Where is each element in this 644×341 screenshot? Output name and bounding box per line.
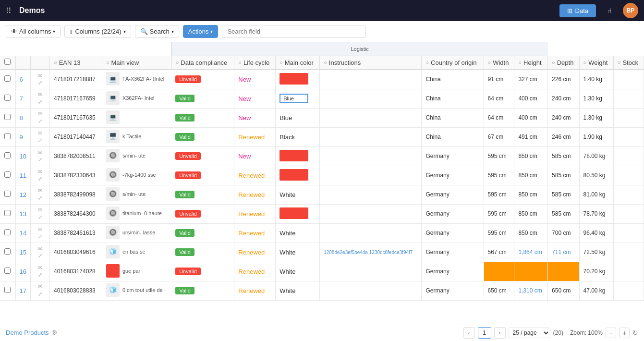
row-number[interactable]: 8 (15, 108, 30, 127)
mail-icon[interactable]: ✉ (38, 111, 42, 117)
row-number[interactable]: 17 (15, 281, 30, 300)
stock-cell (613, 146, 644, 166)
expand-icon[interactable]: ⤢ (38, 214, 42, 220)
user-avatar[interactable]: BP (623, 3, 638, 18)
row-number[interactable]: 12 (15, 185, 30, 204)
row-checkbox[interactable] (4, 268, 11, 274)
select-all-header[interactable] (0, 56, 15, 70)
col-header-main-view[interactable]: ○ Main view (102, 56, 171, 70)
zoom-out-button[interactable]: − (606, 328, 616, 338)
expand-icon[interactable]: ⤢ (38, 253, 42, 259)
mail-icon[interactable]: ✉ (38, 92, 42, 98)
select-all-checkbox[interactable] (4, 59, 11, 65)
total-count: (20) (553, 329, 563, 336)
row-number[interactable]: 16 (15, 262, 30, 281)
row-checkbox-cell[interactable] (0, 127, 15, 146)
mail-icon[interactable]: ✉ (38, 226, 42, 232)
row-checkbox[interactable] (4, 287, 11, 293)
bottom-tab[interactable]: Demo Products ⚙ (6, 329, 463, 336)
expand-icon[interactable]: ⤢ (38, 272, 42, 278)
row-number[interactable]: 7 (15, 89, 30, 108)
zoom-in-button[interactable]: + (619, 328, 630, 338)
row-number[interactable]: 15 (15, 243, 30, 262)
row-checkbox[interactable] (4, 191, 11, 197)
columns-button[interactable]: ⫿ Columns (22/24) ▾ (64, 25, 131, 38)
row-checkbox[interactable] (4, 248, 11, 255)
row-checkbox-cell[interactable] (0, 262, 15, 281)
row-number[interactable]: 14 (15, 223, 30, 243)
share-icon[interactable]: ⑁ (602, 3, 617, 18)
color-value: White (279, 191, 295, 198)
col-header-data-compliance[interactable]: ○ Data compliance (171, 56, 234, 70)
col-header-lifecycle[interactable]: ○ Life cycle (234, 56, 276, 70)
row-checkbox-cell[interactable] (0, 281, 15, 300)
row-checkbox-cell[interactable] (0, 146, 15, 166)
row-number[interactable]: 10 (15, 146, 30, 166)
mail-icon[interactable]: ✉ (38, 73, 42, 79)
row-checkbox[interactable] (4, 229, 11, 235)
row-checkbox[interactable] (4, 210, 11, 216)
mail-icon[interactable]: ✉ (38, 188, 42, 194)
search-button[interactable]: 🔍 Search ▾ (135, 25, 179, 38)
next-page-button[interactable]: › (494, 327, 506, 339)
actions-button[interactable]: Actions ▾ (183, 25, 219, 38)
color-swatch (279, 73, 308, 85)
prev-page-button[interactable]: ‹ (463, 327, 475, 339)
col-header-ean13[interactable]: ○ EAN 13 (49, 56, 102, 70)
row-checkbox[interactable] (4, 95, 11, 101)
row-checkbox[interactable] (4, 171, 11, 178)
col-header-weight[interactable]: ○ Weight (579, 56, 613, 70)
expand-icon[interactable]: ⤢ (38, 118, 42, 124)
expand-icon[interactable]: ⤢ (38, 157, 42, 163)
col-header-instructions[interactable]: ○ Instructions (320, 56, 422, 70)
row-number[interactable]: 9 (15, 127, 30, 146)
expand-icon[interactable]: ⤢ (38, 176, 42, 182)
expand-icon[interactable]: ⤢ (38, 233, 42, 240)
per-page-select[interactable]: 25 / page 50 / page 100 / page (509, 328, 550, 338)
expand-icon[interactable]: ⤢ (38, 137, 42, 144)
status-badge: Valid (175, 191, 194, 198)
data-tab[interactable]: ⊞ Data (559, 4, 596, 17)
row-checkbox-cell[interactable] (0, 70, 15, 89)
mail-icon[interactable]: ✉ (38, 130, 42, 136)
row-checkbox-cell[interactable] (0, 166, 15, 185)
row-checkbox-cell[interactable] (0, 243, 15, 262)
col-header-height[interactable]: ○ Height (514, 56, 548, 70)
row-checkbox-cell[interactable] (0, 223, 15, 243)
col-header-width[interactable]: ○ Width (484, 56, 514, 70)
row-checkbox-cell[interactable] (0, 89, 15, 108)
row-number[interactable]: 6 (15, 70, 30, 89)
col-header-depth[interactable]: ○ Depth (548, 56, 579, 70)
refresh-icon[interactable]: ↻ (632, 329, 638, 337)
expand-icon[interactable]: ⤢ (38, 291, 42, 297)
instructions-link[interactable]: 1208de2e3ef5be4da 1230dc8fedce3f94f7 (324, 250, 413, 255)
mail-icon[interactable]: ✉ (38, 169, 42, 175)
mail-icon[interactable]: ✉ (38, 265, 42, 271)
mail-icon[interactable]: ✉ (38, 245, 42, 252)
mail-icon[interactable]: ✉ (38, 149, 42, 156)
row-checkbox[interactable] (4, 133, 11, 139)
color-value[interactable]: Blue (279, 94, 308, 103)
col-header-stock[interactable]: ○ Stock (613, 56, 644, 70)
expand-icon[interactable]: ⤢ (38, 195, 42, 201)
table-container[interactable]: Logistic ○ EAN 13 ○ Ma (0, 42, 644, 324)
col-header-country[interactable]: ○ Country of origin (422, 56, 484, 70)
expand-icon[interactable]: ⤢ (38, 99, 42, 105)
col-header-main-color[interactable]: ○ Main color (276, 56, 320, 70)
search-input[interactable] (222, 25, 366, 38)
row-checkbox-cell[interactable] (0, 185, 15, 204)
settings-icon[interactable]: ⚙ (52, 329, 58, 336)
row-checkbox[interactable] (4, 152, 11, 158)
lifecycle-value: Renewed (238, 268, 265, 275)
current-page[interactable]: 1 (478, 327, 491, 339)
row-checkbox-cell[interactable] (0, 204, 15, 223)
row-checkbox-cell[interactable] (0, 108, 15, 127)
mail-icon[interactable]: ✉ (38, 207, 42, 213)
mail-icon[interactable]: ✉ (38, 284, 42, 290)
row-number[interactable]: 11 (15, 166, 30, 185)
row-checkbox[interactable] (4, 75, 11, 82)
expand-icon[interactable]: ⤢ (38, 80, 42, 86)
row-number[interactable]: 13 (15, 204, 30, 223)
row-checkbox[interactable] (4, 114, 11, 120)
all-columns-button[interactable]: 👁 All columns ▾ (6, 25, 61, 38)
